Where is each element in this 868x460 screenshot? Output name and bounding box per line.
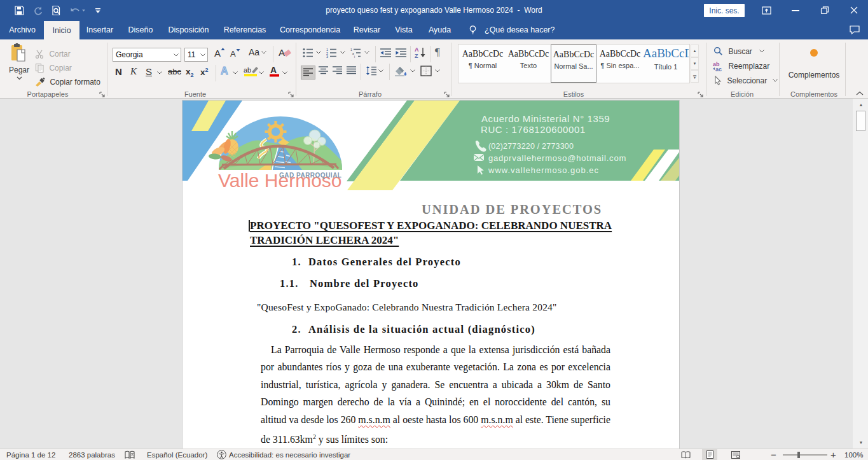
paragraph-dialog-launcher[interactable] [443,91,450,98]
tell-me-box[interactable]: ¿Qué desea hacer? [485,20,555,39]
align-right-button[interactable] [333,66,342,75]
svg-text:Z: Z [415,53,418,59]
align-center-button[interactable] [319,66,328,75]
styles-more-button[interactable]: ▬▼ [691,70,699,83]
replace-button[interactable]: abac Reemplazar [712,60,769,71]
styles-scroll-up[interactable]: ▲ [691,45,699,57]
subscript-button[interactable]: x2 [186,67,197,80]
clear-formatting-button[interactable]: A [279,47,293,61]
font-color-arrow[interactable] [282,71,287,74]
ribbon-display-icon[interactable] [755,0,777,20]
feedback-icon[interactable] [849,25,860,35]
scroll-up-icon[interactable]: ▲ [856,100,866,109]
style-normal-sa[interactable]: AaBbCcDc Normal Sa... [551,45,596,83]
paste-button[interactable]: Pegar [6,43,32,88]
grow-font-button[interactable]: A [214,47,227,61]
collapse-ribbon-icon[interactable] [855,90,865,97]
font-dialog-launcher[interactable] [287,91,294,98]
bullets-button[interactable] [303,48,313,58]
show-marks-button[interactable]: ¶ [435,46,440,59]
highlight-arrow[interactable] [259,71,264,74]
word-count[interactable]: 2863 palabras [69,449,115,460]
sign-in-button[interactable]: Inic. ses. [704,4,745,17]
numbering-button[interactable]: 123 [326,48,337,58]
styles-dialog-launcher[interactable] [697,91,704,98]
multilevel-arrow[interactable] [364,51,369,54]
chevron-down-icon[interactable] [174,53,179,57]
bold-button[interactable]: N [115,66,125,79]
borders-arrow[interactable] [435,69,440,73]
tab-revisar[interactable]: Revisar [352,20,382,39]
tab-ayuda[interactable]: Ayuda [425,20,455,39]
tab-insertar[interactable]: Insertar [83,20,117,39]
style-normal[interactable]: AaBbCcDc ¶ Normal [460,45,506,83]
zoom-in-button[interactable]: + [830,449,836,460]
text-effects-button[interactable]: A [221,66,232,78]
shading-button[interactable] [394,66,407,76]
line-spacing-arrow[interactable] [378,69,383,73]
clipboard-dialog-launcher[interactable] [99,91,106,98]
zoom-slider-track[interactable] [783,454,827,456]
page-indicator[interactable]: Página 1 de 12 [6,449,55,460]
font-size-combo[interactable]: 11 [184,48,208,62]
scrollbar-thumb[interactable] [856,111,865,131]
zoom-slider-thumb[interactable] [797,452,800,458]
scroll-down-icon[interactable]: ▼ [856,438,866,447]
numbering-arrow[interactable] [340,51,345,54]
sort-button[interactable]: AZ [415,46,427,59]
tab-inicio[interactable]: Inicio [44,21,79,39]
change-case-button[interactable]: Aa [249,47,268,61]
styles-scroll-down[interactable]: ▼ [691,57,699,70]
accessibility-icon[interactable] [217,449,226,460]
group-separator [296,43,296,96]
style-texto[interactable]: AaBbCcDc Texto [506,45,551,83]
vertical-scrollbar[interactable]: ▲ ▼ [853,99,868,449]
addins-button[interactable]: Complementos [787,45,841,85]
tab-vista[interactable]: Vista [391,20,417,39]
underline-button[interactable]: S [146,66,155,79]
bullets-arrow[interactable] [316,51,321,54]
style-sin-espaciado[interactable]: AaBbCcDc ¶ Sin espa... [597,45,643,83]
italic-button[interactable]: K [130,66,139,79]
find-button[interactable]: Buscar [713,45,764,57]
strikethrough-button[interactable]: abc [168,67,183,80]
paste-icon [10,43,28,64]
document-page[interactable]: Valle Hermoso GAD PARROQUIAL Acuerdo Min… [182,100,680,449]
zoom-level[interactable]: 100% [844,449,863,460]
acuerdo-text: Acuerdo Ministerial N° 1359 [481,113,610,124]
close-icon[interactable] [843,0,865,20]
line-spacing-button[interactable] [366,66,376,76]
minimize-icon[interactable] [785,0,806,20]
justify-button[interactable] [347,66,356,75]
text-effects-arrow[interactable] [233,71,238,74]
tab-archivo[interactable]: Archivo [4,20,41,39]
print-layout-icon[interactable] [702,449,717,460]
borders-button[interactable] [420,66,432,76]
style-titulo-1[interactable]: AaBbCcD Título 1 [643,45,689,83]
underline-arrow[interactable] [157,71,162,74]
increase-indent-button[interactable] [395,48,407,58]
tab-correspondencia[interactable]: Correspondencia [277,20,343,39]
select-button[interactable]: Seleccionar [714,74,778,86]
font-color-button[interactable]: A [269,66,282,78]
shading-arrow[interactable] [410,69,415,73]
read-mode-icon[interactable] [678,449,693,460]
align-left-button[interactable] [301,66,315,80]
format-painter-button[interactable]: Copiar formato [35,76,100,87]
superscript-button[interactable]: x2 [200,67,212,80]
tab-diseno[interactable]: Diseño [124,20,157,39]
shrink-font-button[interactable]: A [230,48,243,62]
restore-icon[interactable] [814,0,836,20]
zoom-out-button[interactable]: − [771,449,776,460]
accessibility-status[interactable]: Accesibilidad: es necesario investigar [229,449,350,460]
tab-referencias[interactable]: Referencias [221,20,269,39]
multilevel-list-button[interactable]: 1ai [350,48,361,58]
font-name-combo[interactable]: Georgia [113,48,181,62]
web-layout-icon[interactable] [728,449,743,460]
proofing-icon[interactable] [125,449,135,460]
decrease-indent-button[interactable] [380,48,392,58]
tab-disposicion[interactable]: Disposición [165,20,212,39]
chevron-down-icon[interactable] [200,53,205,57]
highlight-button[interactable]: ab [244,66,259,78]
language-indicator[interactable]: Español (Ecuador) [147,449,207,460]
